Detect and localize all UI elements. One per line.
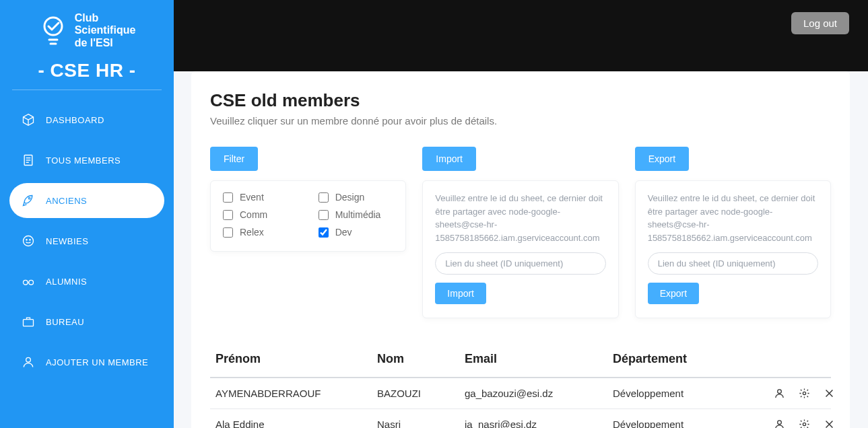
svg-point-20 (803, 423, 805, 425)
row-actions (754, 388, 835, 399)
svg-rect-13 (24, 320, 34, 326)
col-email: Email (465, 352, 613, 366)
main-content: CSE old members Veuillez cliquer sur un … (191, 71, 850, 428)
svg-point-12 (29, 281, 34, 285)
page-subtitle: Veuillez cliquer sur un membre donné pou… (210, 115, 831, 127)
close-icon[interactable] (824, 419, 835, 428)
svg-point-9 (26, 240, 27, 240)
filter-grid: Event Design Comm Multimédia (223, 192, 393, 238)
filter-checkbox-design[interactable] (319, 192, 329, 203)
sidebar-item-label: TOUS MEMBERS (46, 155, 121, 166)
svg-point-0 (44, 17, 62, 35)
export-action-button[interactable]: Export (648, 283, 699, 304)
sidebar-item-newbies[interactable]: NEWBIES (9, 223, 164, 258)
table-row[interactable]: AYMENABDERRAOUF BAZOUZI ga_bazouzi@esi.d… (210, 378, 831, 409)
view-user-icon[interactable] (774, 419, 785, 428)
cube-icon (22, 113, 35, 127)
app-title: - CSE HR - (0, 56, 174, 90)
cell-nom: Nasri (377, 419, 465, 428)
filter-label: Dev (335, 227, 352, 238)
sidebar-item-label: NEWBIES (46, 236, 88, 246)
import-card: Veuillez entre le id du sheet, ce dernie… (422, 180, 618, 318)
filter-option-design[interactable]: Design (319, 192, 394, 203)
filter-option-event[interactable]: Event (223, 192, 298, 203)
brand-block: Club Scientifique de l'ESI (0, 12, 174, 56)
col-departement: Département (613, 352, 754, 366)
export-sheet-input[interactable] (648, 252, 818, 275)
table-header-row: Prénom Nom Email Département (210, 345, 831, 378)
filter-option-multimedia[interactable]: Multimédia (319, 209, 394, 220)
settings-icon[interactable] (799, 419, 810, 428)
filter-label: Event (240, 192, 264, 203)
brand-text: Club Scientifique de l'ESI (75, 12, 136, 49)
filter-checkbox-dev[interactable] (319, 227, 329, 238)
cell-dept: Développement (613, 419, 754, 428)
cell-nom: BAZOUZI (377, 388, 465, 399)
filter-checkbox-multimedia[interactable] (319, 210, 329, 220)
sidebar-divider (12, 90, 162, 90)
svg-point-16 (803, 392, 805, 394)
brand-line3: de l'ESI (75, 37, 136, 49)
user-icon (22, 355, 35, 369)
rocket-icon (22, 194, 35, 207)
filter-label: Relex (240, 227, 264, 238)
svg-point-14 (26, 358, 31, 363)
sidebar-item-tous-members[interactable]: TOUS MEMBERS (9, 143, 164, 178)
filter-option-relex[interactable]: Relex (223, 227, 298, 238)
filter-option-comm[interactable]: Comm (223, 209, 298, 220)
row-actions (754, 419, 835, 428)
export-toggle-button[interactable]: Export (635, 147, 689, 171)
filter-checkbox-comm[interactable] (223, 210, 233, 220)
col-prenom: Prénom (215, 352, 377, 366)
smile-icon (22, 234, 35, 248)
svg-point-8 (24, 236, 34, 246)
sidebar-item-label: DASHBOARD (46, 115, 104, 125)
sidebar-item-bureau[interactable]: BUREAU (9, 304, 164, 339)
members-table: Prénom Nom Email Département AYMENABDERR… (210, 345, 831, 428)
export-card: Veuillez entre le id du sheet, ce dernie… (635, 180, 831, 318)
cell-prenom: AYMENABDERRAOUF (215, 388, 377, 399)
document-icon (22, 153, 35, 167)
sidebar-nav: DASHBOARD TOUS MEMBERS ANCIENS NEWBIES A… (0, 102, 174, 380)
filter-label: Comm (240, 209, 267, 220)
filter-checkbox-event[interactable] (223, 192, 233, 203)
svg-point-11 (24, 281, 28, 285)
import-sheet-input[interactable] (435, 252, 605, 275)
svg-point-15 (778, 390, 782, 394)
cell-email: ia_nasri@esi.dz (465, 419, 613, 428)
export-column: Export Veuillez entre le id du sheet, ce… (635, 147, 831, 318)
brand-line2: Scientifique (75, 24, 136, 36)
sidebar-item-add-member[interactable]: AJOUTER UN MEMBRE (9, 345, 164, 380)
import-help-text: Veuillez entre le id du sheet, ce dernie… (435, 192, 605, 244)
filter-option-dev[interactable]: Dev (319, 227, 394, 238)
sidebar-item-dashboard[interactable]: DASHBOARD (9, 102, 164, 137)
logout-button[interactable]: Log out (791, 12, 849, 34)
brand-line1: Club (75, 12, 136, 24)
sidebar-item-label: ANCIENS (46, 196, 87, 206)
sidebar-item-anciens[interactable]: ANCIENS (9, 183, 164, 218)
cell-email: ga_bazouzi@esi.dz (465, 388, 613, 399)
topbar: Log out (174, 0, 868, 71)
close-icon[interactable] (824, 388, 835, 399)
settings-icon[interactable] (799, 388, 810, 399)
filter-button[interactable]: Filter (210, 147, 258, 171)
cell-prenom: Ala Eddine (215, 419, 377, 428)
sidebar-item-alumnis[interactable]: ALUMNIS (9, 264, 164, 299)
filter-checkbox-relex[interactable] (223, 227, 233, 238)
cell-dept: Développement (613, 388, 754, 399)
svg-point-19 (778, 421, 782, 425)
filter-card: Event Design Comm Multimédia (210, 180, 406, 252)
sidebar-item-label: AJOUTER UN MEMBRE (46, 357, 148, 367)
import-toggle-button[interactable]: Import (422, 147, 476, 171)
svg-point-7 (28, 198, 30, 200)
sidebar-item-label: BUREAU (46, 317, 84, 327)
table-row[interactable]: Ala Eddine Nasri ia_nasri@esi.dz Dévelop… (210, 409, 831, 428)
glasses-icon (22, 275, 35, 288)
filter-column: Filter Event Design Comm (210, 147, 406, 252)
table-body: AYMENABDERRAOUF BAZOUZI ga_bazouzi@esi.d… (210, 378, 831, 428)
import-action-button[interactable]: Import (435, 283, 486, 304)
filter-label: Multimédia (335, 209, 381, 220)
panels-row: Filter Event Design Comm (210, 147, 831, 318)
import-column: Import Veuillez entre le id du sheet, ce… (422, 147, 618, 318)
view-user-icon[interactable] (774, 388, 785, 399)
